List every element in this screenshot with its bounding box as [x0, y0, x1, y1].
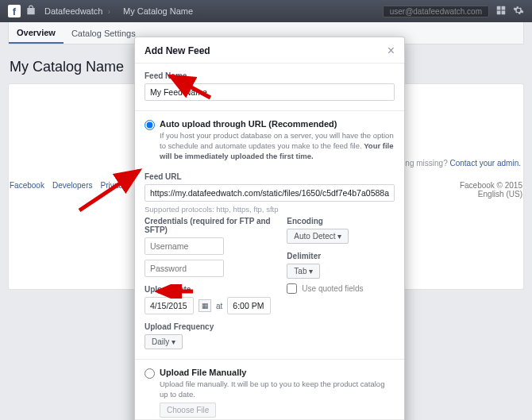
at-label: at	[216, 302, 222, 310]
encoding-select[interactable]: Auto Detect ▾	[287, 229, 349, 244]
feed-name-label: Feed Name	[145, 71, 395, 80]
footer-link-facebook[interactable]: Facebook	[10, 181, 44, 198]
upload-frequency-select[interactable]: Daily ▾	[145, 334, 183, 349]
delimiter-select[interactable]: Tab ▾	[287, 264, 320, 279]
protocols-helper: Supported protocols: http, https, ftp, s…	[145, 205, 395, 214]
calendar-icon[interactable]: ▦	[199, 299, 211, 312]
facebook-logo-icon[interactable]: f	[8, 5, 21, 17]
feed-url-input[interactable]	[145, 184, 395, 202]
delimiter-label: Delimiter	[287, 252, 395, 260]
upload-time-input[interactable]	[227, 297, 271, 314]
add-feed-modal: Add New Feed × Feed Name Auto upload thr…	[134, 37, 405, 420]
tab-catalog-settings[interactable]: Catalog Settings	[64, 22, 144, 44]
auto-upload-desc: If you host your product database on a s…	[160, 131, 395, 161]
footer-copyright: Facebook © 2015	[460, 181, 522, 190]
grid-icon[interactable]	[495, 5, 507, 17]
footer-link-developers[interactable]: Developers	[52, 181, 93, 198]
upload-frequency-label: Upload Frequency	[145, 322, 271, 331]
upload-date-input[interactable]	[145, 297, 194, 314]
gear-icon[interactable]	[513, 5, 524, 17]
user-email: user@datafeedwatch.com	[383, 6, 489, 17]
use-quoted-fields-checkbox[interactable]	[287, 283, 297, 294]
topbar: f Datafeedwatch › My Catalog Name user@d…	[0, 0, 532, 22]
manual-upload-title: Upload File Manually	[160, 368, 395, 377]
manual-upload-desc: Upload file manually. It will be up to y…	[160, 380, 395, 400]
breadcrumb-item-catalog[interactable]: My Catalog Name	[123, 6, 193, 16]
manual-upload-radio[interactable]	[145, 368, 155, 379]
upload-date-label: Upload Date	[145, 285, 271, 294]
chevron-right-icon: ›	[107, 6, 110, 16]
encoding-label: Encoding	[287, 217, 395, 225]
use-quoted-fields-label: Use quoted fields	[302, 284, 363, 293]
modal-title: Add New Feed	[145, 45, 210, 56]
footer-language[interactable]: English (US)	[460, 190, 522, 198]
admin-hint: hing missing? Contact your admin.	[399, 159, 521, 168]
username-input[interactable]	[145, 237, 224, 255]
breadcrumb-item-app[interactable]: Datafeedwatch	[44, 6, 102, 16]
bag-icon[interactable]	[25, 5, 37, 17]
footer-link-privacy[interactable]: Privacy	[101, 181, 127, 198]
password-input[interactable]	[145, 260, 224, 277]
tab-overview[interactable]: Overview	[9, 22, 64, 44]
feed-name-input[interactable]	[145, 83, 395, 101]
contact-admin-link[interactable]: Contact your admin.	[450, 159, 522, 168]
auto-upload-radio[interactable]	[145, 120, 155, 130]
auto-upload-title: Auto upload through URL (Recommended)	[160, 119, 395, 129]
credentials-label: Credentials (required for FTP and SFTP)	[145, 217, 271, 234]
feed-url-label: Feed URL	[145, 172, 395, 181]
close-icon[interactable]: ×	[387, 47, 395, 55]
choose-file-button[interactable]: Choose File	[160, 403, 216, 418]
